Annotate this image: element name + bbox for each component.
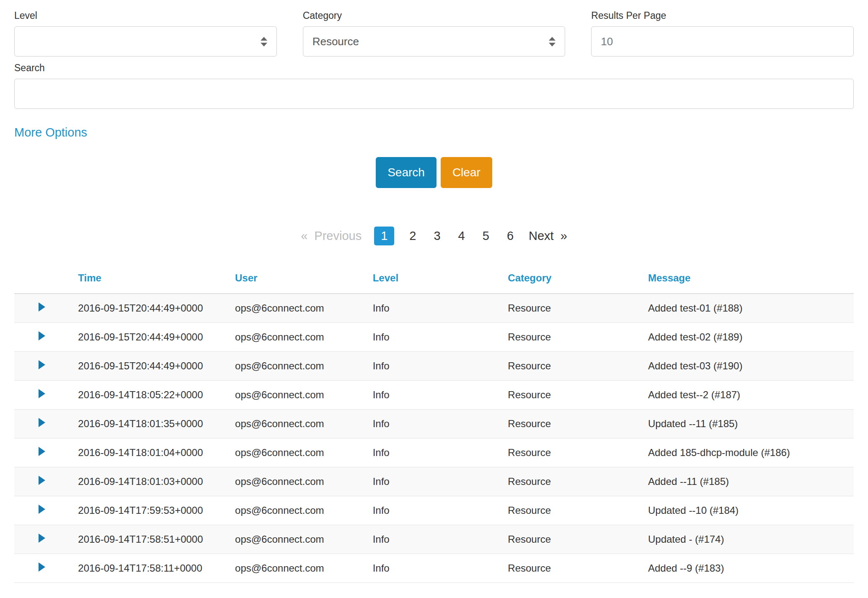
results-per-page-label: Results Per Page [591,10,854,21]
header-level[interactable]: Level [373,265,508,294]
cell-category: Resource [508,438,648,467]
cell-message: Updated --11 (#185) [648,410,854,438]
header-category[interactable]: Category [508,265,648,294]
cell-message: Added --9 (#183) [648,554,854,583]
expand-cell[interactable] [14,438,78,467]
cell-user: ops@6connect.com [235,294,373,323]
expand-cell[interactable] [14,381,78,410]
cell-message: Added test-03 (#190) [648,352,854,381]
search-row: Search [14,62,854,109]
expand-caret-icon[interactable] [39,418,45,427]
cell-category: Resource [508,381,648,410]
cell-category: Resource [508,496,648,525]
pagination-top: « Previous 1 2 3 4 5 6 Next » [14,227,854,245]
expand-caret-icon[interactable] [39,562,45,572]
expand-cell[interactable] [14,410,78,438]
search-input[interactable] [14,79,854,109]
table-row: 2016-09-15T20:44:49+0000 ops@6connect.co… [14,294,854,323]
cell-level: Info [373,294,508,323]
cell-time: 2016-09-14T18:01:35+0000 [78,410,235,438]
cell-time: 2016-09-15T20:44:49+0000 [78,323,235,352]
page-number-4[interactable]: 4 [456,227,468,245]
page-number-5[interactable]: 5 [480,227,492,245]
expand-caret-icon[interactable] [39,389,45,398]
arrow-up-icon [261,37,267,41]
level-select[interactable] [14,26,277,57]
page-number-6[interactable]: 6 [504,227,516,245]
cell-message: Added --11 (#185) [648,467,854,496]
search-button[interactable]: Search [376,157,437,188]
page-number-3[interactable]: 3 [431,227,443,245]
log-table: Time User Level Category Message 2016-09… [14,265,854,583]
cell-category: Resource [508,410,648,438]
cell-category: Resource [508,352,648,381]
previous-arrow-icon: « [301,229,307,243]
table-row: 2016-09-15T20:44:49+0000 ops@6connect.co… [14,352,854,381]
log-table-body: 2016-09-15T20:44:49+0000 ops@6connect.co… [14,294,854,583]
cell-message: Added 185-dhcp-module (#186) [648,438,854,467]
expand-cell[interactable] [14,496,78,525]
pagination-next[interactable]: Next » [529,229,567,243]
table-row: 2016-09-14T18:05:22+0000 ops@6connect.co… [14,381,854,410]
cell-category: Resource [508,467,648,496]
results-per-page-group: Results Per Page [591,10,854,57]
arrow-up-icon [549,37,555,41]
cell-level: Info [373,467,508,496]
expand-cell[interactable] [14,294,78,323]
search-label: Search [14,62,854,74]
cell-time: 2016-09-15T20:44:49+0000 [78,352,235,381]
select-stepper-icon [261,37,267,46]
page-number-1[interactable]: 1 [374,227,394,245]
expand-cell[interactable] [14,352,78,381]
expand-cell[interactable] [14,323,78,352]
header-user[interactable]: User [235,265,373,294]
cell-time: 2016-09-15T20:44:49+0000 [78,294,235,323]
clear-button[interactable]: Clear [441,157,492,188]
cell-level: Info [373,352,508,381]
cell-user: ops@6connect.com [235,410,373,438]
category-label: Category [303,10,566,21]
cell-user: ops@6connect.com [235,496,373,525]
next-arrow-icon: » [561,229,567,243]
expand-caret-icon[interactable] [39,534,45,543]
cell-user: ops@6connect.com [235,323,373,352]
level-label: Level [14,10,277,21]
cell-category: Resource [508,525,648,554]
table-row: 2016-09-14T18:01:04+0000 ops@6connect.co… [14,438,854,467]
expand-cell[interactable] [14,467,78,496]
expand-caret-icon[interactable] [39,302,45,312]
expand-caret-icon[interactable] [39,360,45,369]
expand-cell[interactable] [14,525,78,554]
expand-caret-icon[interactable] [39,447,45,456]
results-per-page-input[interactable] [591,26,854,57]
level-filter-group: Level [14,10,277,57]
expand-cell[interactable] [14,554,78,583]
cell-category: Resource [508,323,648,352]
cell-message: Added test-01 (#188) [648,294,854,323]
cell-time: 2016-09-14T17:58:51+0000 [78,525,235,554]
cell-user: ops@6connect.com [235,554,373,583]
cell-time: 2016-09-14T18:05:22+0000 [78,381,235,410]
header-expand [14,265,78,294]
category-select[interactable]: Resource [303,26,566,57]
arrow-down-icon [261,43,267,46]
more-options-link[interactable]: More Options [14,126,87,139]
table-row: 2016-09-15T20:44:49+0000 ops@6connect.co… [14,323,854,352]
expand-caret-icon[interactable] [39,505,45,514]
header-time[interactable]: Time [78,265,235,294]
cell-user: ops@6connect.com [235,352,373,381]
header-message[interactable]: Message [648,265,854,294]
pagination-previous[interactable]: « Previous [301,229,362,243]
cell-time: 2016-09-14T18:01:03+0000 [78,467,235,496]
expand-caret-icon[interactable] [39,476,45,485]
page-number-2[interactable]: 2 [407,227,418,245]
previous-label: Previous [314,229,362,243]
expand-caret-icon[interactable] [39,331,45,340]
table-row: 2016-09-14T18:01:03+0000 ops@6connect.co… [14,467,854,496]
cell-level: Info [373,410,508,438]
table-header-row: Time User Level Category Message [14,265,854,294]
cell-level: Info [373,438,508,467]
filters-row: Level Category Resource Results Per Page [14,10,854,57]
cell-message: Updated - (#174) [648,525,854,554]
button-bar: Search Clear [14,157,854,188]
